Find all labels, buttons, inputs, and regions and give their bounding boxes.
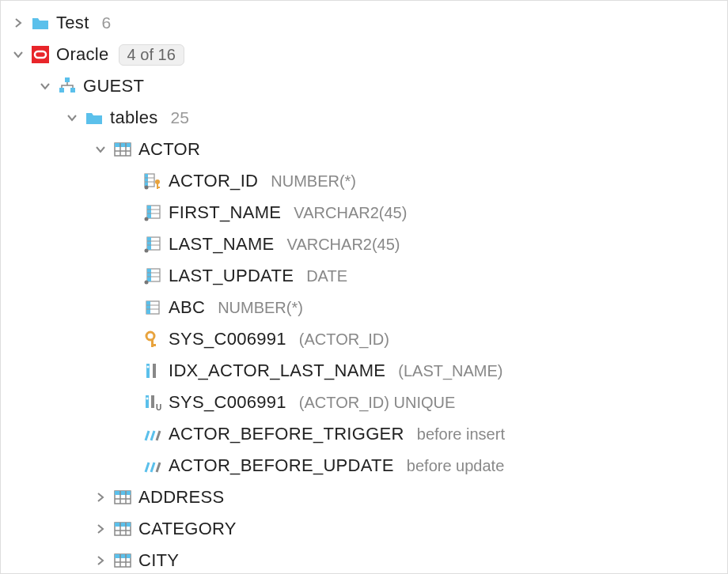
column-icon	[143, 298, 162, 317]
column-name: LAST_UPDATE	[169, 266, 294, 286]
trigger-meta: before insert	[417, 425, 505, 444]
column-type: DATE	[306, 267, 347, 285]
table-icon	[113, 551, 132, 570]
pk-column-icon	[143, 172, 162, 191]
column-type: NUMBER(*)	[271, 172, 356, 191]
tree-badge: 4 of 16	[119, 44, 184, 66]
svg-rect-2	[65, 77, 70, 82]
key-meta: (ACTOR_ID)	[299, 330, 389, 349]
tree-label: Oracle	[56, 44, 109, 65]
svg-rect-42	[153, 364, 156, 378]
tree-item-trigger[interactable]: ACTOR_BEFORE_UPDATE before update	[1, 450, 727, 481]
svg-point-32	[145, 281, 149, 285]
svg-point-27	[145, 249, 149, 253]
tree-item-column[interactable]: ACTOR_ID NUMBER(*)	[1, 165, 727, 197]
index-icon	[143, 361, 162, 380]
column-dot-icon	[143, 235, 162, 254]
tree-item-oracle[interactable]: Oracle 4 of 16	[1, 39, 727, 70]
trigger-icon	[143, 425, 162, 444]
tree-item-table-actor[interactable]: ACTOR	[1, 134, 727, 165]
tree-label: ACTOR	[138, 139, 200, 160]
svg-point-14	[145, 186, 149, 190]
column-name: ABC	[169, 297, 205, 318]
svg-rect-53	[115, 523, 131, 527]
tree-item-column[interactable]: LAST_NAME VARCHAR2(45)	[1, 228, 727, 260]
tree-label: tables	[110, 108, 158, 128]
tree-item-schema-guest[interactable]: GUEST	[1, 70, 727, 102]
column-dot-icon	[143, 203, 162, 222]
tree-label: CATEGORY	[138, 519, 237, 539]
svg-rect-58	[115, 554, 131, 558]
column-name: FIRST_NAME	[169, 202, 281, 223]
index-name: IDX_ACTOR_LAST_NAME	[169, 361, 385, 381]
svg-rect-39	[151, 344, 156, 346]
index-name: SYS_C006991	[169, 392, 286, 413]
column-name: ACTOR_ID	[169, 171, 258, 191]
tree-label: GUEST	[83, 76, 144, 96]
trigger-name: ACTOR_BEFORE_TRIGGER	[169, 424, 404, 444]
svg-rect-48	[115, 491, 131, 495]
trigger-name: ACTOR_BEFORE_UPDATE	[169, 455, 394, 476]
trigger-meta: before update	[407, 457, 504, 475]
tree-label: CITY	[138, 550, 179, 571]
svg-rect-19	[147, 206, 151, 218]
tree-count: 25	[171, 108, 189, 127]
index-meta: (ACTOR_ID) UNIQUE	[299, 394, 455, 412]
tree-item-trigger[interactable]: ACTOR_BEFORE_TRIGGER before insert	[1, 418, 727, 450]
chevron-down-icon	[12, 48, 25, 61]
tree-item-table-address[interactable]: ADDRESS	[1, 481, 727, 513]
table-icon	[113, 140, 132, 159]
chevron-down-icon	[39, 80, 51, 93]
tree-label: ADDRESS	[138, 487, 224, 508]
tree-item-table-city[interactable]: CITY	[1, 545, 727, 574]
svg-rect-29	[147, 269, 151, 281]
chevron-right-icon	[12, 17, 25, 29]
svg-point-44	[146, 398, 149, 400]
tree-item-test[interactable]: Test 6	[1, 7, 727, 39]
tree-item-column[interactable]: ABC NUMBER(*)	[1, 292, 727, 323]
column-name: LAST_NAME	[169, 234, 275, 255]
folder-icon	[85, 108, 104, 127]
tree-label: Test	[56, 13, 89, 33]
svg-rect-3	[59, 88, 64, 93]
chevron-right-icon	[94, 554, 107, 567]
tree-item-index[interactable]: IDX_ACTOR_LAST_NAME (LAST_NAME)	[1, 355, 727, 387]
column-dot-icon	[143, 266, 162, 285]
svg-point-22	[145, 217, 149, 221]
tree-item-column[interactable]: LAST_UPDATE DATE	[1, 260, 727, 292]
chevron-down-icon	[94, 143, 107, 156]
column-type: VARCHAR2(45)	[294, 204, 407, 222]
column-type: NUMBER(*)	[218, 299, 303, 317]
tree-item-key[interactable]: SYS_C006991 (ACTOR_ID)	[1, 323, 727, 355]
tree-count: 6	[102, 13, 112, 32]
svg-rect-43	[146, 395, 149, 408]
trigger-icon	[143, 456, 162, 475]
svg-rect-4	[70, 88, 75, 93]
tree-item-index[interactable]: U SYS_C006991 (ACTOR_ID) UNIQUE	[1, 387, 727, 418]
svg-point-37	[146, 332, 154, 340]
index-meta: (LAST_NAME)	[398, 362, 502, 380]
column-type: VARCHAR2(45)	[287, 236, 400, 254]
svg-rect-17	[157, 187, 160, 188]
svg-rect-11	[145, 174, 148, 187]
index-unique-icon: U	[143, 393, 162, 412]
schema-icon	[58, 77, 77, 96]
table-icon	[113, 519, 132, 538]
svg-rect-34	[146, 301, 150, 314]
tree-item-tables[interactable]: tables 25	[1, 102, 727, 134]
svg-rect-6	[115, 143, 131, 147]
tree-item-column[interactable]: FIRST_NAME VARCHAR2(45)	[1, 197, 727, 228]
folder-icon	[31, 13, 50, 32]
tree-item-table-category[interactable]: CATEGORY	[1, 513, 727, 545]
chevron-right-icon	[94, 523, 107, 535]
svg-rect-24	[147, 237, 151, 250]
svg-rect-45	[151, 395, 154, 408]
table-icon	[113, 488, 132, 507]
chevron-down-icon	[66, 111, 78, 124]
svg-text:U: U	[156, 403, 161, 412]
key-name: SYS_C006991	[169, 329, 286, 349]
key-icon	[143, 330, 162, 349]
chevron-right-icon	[94, 491, 107, 504]
oracle-icon	[31, 45, 50, 64]
svg-point-41	[147, 366, 150, 368]
